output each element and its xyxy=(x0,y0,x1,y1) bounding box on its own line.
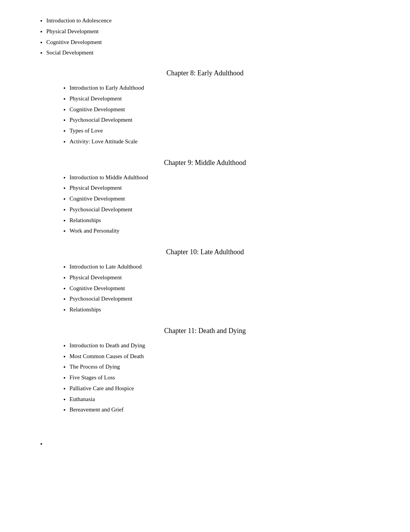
chapter10-list: Introduction to Late AdulthoodPhysical D… xyxy=(23,262,387,315)
list-item: Relationships xyxy=(69,304,387,315)
list-item: Psychosocial Development xyxy=(69,115,387,126)
list-item: Cognitive Development xyxy=(69,104,387,115)
list-item: Physical Development xyxy=(69,272,387,283)
list-item: Introduction to Death and Dying xyxy=(69,340,387,351)
list-item: The Process of Dying xyxy=(69,362,387,372)
list-item: Types of Love xyxy=(69,126,387,136)
list-item: Euthanasia xyxy=(69,394,387,405)
chapter9-section: Chapter 9: Middle Adulthood Introduction… xyxy=(23,159,387,237)
list-item: Psychosocial Development xyxy=(69,294,387,304)
list-item: Work and Personality xyxy=(69,226,387,236)
list-item: Most Common Causes of Death xyxy=(69,351,387,362)
list-item: Social Development xyxy=(46,48,387,58)
list-item: Cognitive Development xyxy=(46,37,387,48)
list-item: Introduction to Adolescence xyxy=(46,15,387,26)
list-item: Bereavement and Grief xyxy=(69,405,387,415)
chapter11-heading: Chapter 11: Death and Dying xyxy=(23,327,387,335)
list-item: Palliative Care and Hospice xyxy=(69,383,387,394)
list-item: Introduction to Late Adulthood xyxy=(69,262,387,272)
chapter9-heading: Chapter 9: Middle Adulthood xyxy=(23,159,387,167)
trailing-list xyxy=(23,439,387,449)
chapter8-heading: Chapter 8: Early Adulthood xyxy=(23,69,387,77)
adolescence-list: Introduction to Adolescence Physical Dev… xyxy=(23,15,387,58)
list-item: Physical Development xyxy=(69,93,387,104)
list-item: Activity: Love Attitude Scale xyxy=(69,136,387,147)
chapter11-list: Introduction to Death and DyingMost Comm… xyxy=(23,340,387,415)
list-item: Cognitive Development xyxy=(69,283,387,294)
list-item: Physical Development xyxy=(46,26,387,37)
list-item: Physical Development xyxy=(69,183,387,194)
chapter10-heading: Chapter 10: Late Adulthood xyxy=(23,248,387,256)
list-item: Introduction to Middle Adulthood xyxy=(69,172,387,183)
list-item: Cognitive Development xyxy=(69,194,387,204)
chapter10-section: Chapter 10: Late Adulthood Introduction … xyxy=(23,248,387,315)
list-item xyxy=(46,439,387,449)
list-item: Five Stages of Loss xyxy=(69,372,387,383)
list-item: Introduction to Early Adulthood xyxy=(69,83,387,93)
chapter8-section: Chapter 8: Early Adulthood Introduction … xyxy=(23,69,387,147)
list-item: Psychosocial Development xyxy=(69,204,387,215)
chapter9-list: Introduction to Middle AdulthoodPhysical… xyxy=(23,172,387,237)
chapter8-list: Introduction to Early AdulthoodPhysical … xyxy=(23,83,387,147)
chapter11-section: Chapter 11: Death and Dying Introduction… xyxy=(23,327,387,415)
list-item: Relationships xyxy=(69,215,387,226)
